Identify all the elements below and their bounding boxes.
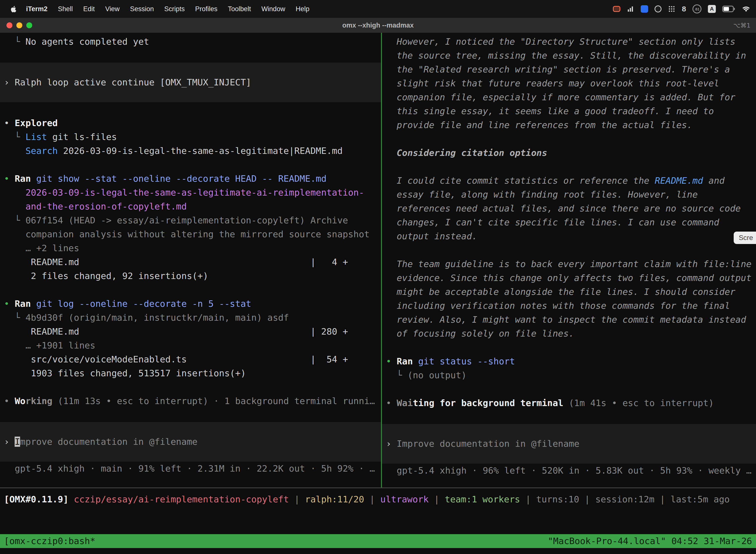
blank-line xyxy=(382,243,756,257)
text-segment: git ls-files xyxy=(52,132,117,142)
menu-item-scripts[interactable]: Scripts xyxy=(159,5,190,13)
text-segment: I could cite commit statistics or refere… xyxy=(386,175,655,186)
terminal-line: › Improve documentation in @filename xyxy=(382,437,756,451)
left-prompt-input[interactable]: › Improve documentation in @filename xyxy=(0,422,381,462)
right-prompt-input[interactable]: › Improve documentation in @filename xyxy=(382,424,756,464)
terminal-line: The team guideline is to back every impo… xyxy=(382,257,756,271)
left-pane[interactable]: └ No agents completed yet› Ralph loop ac… xyxy=(0,33,381,488)
menu-item-edit[interactable]: Edit xyxy=(78,5,100,13)
screen: iTerm2 Shell Edit View Session Scripts P… xyxy=(0,0,756,554)
terminal-line: references need actual files, and since … xyxy=(382,202,756,215)
terminal-line: • Working (11m 13s • esc to interrupt) ·… xyxy=(0,394,381,408)
menu-item-window[interactable]: Window xyxy=(256,5,291,13)
text-segment: companion analysis without altering the … xyxy=(4,229,370,239)
text-segment: └ xyxy=(4,37,25,47)
text-segment: changes, I can't cite specific file line… xyxy=(386,217,719,227)
text-segment: • xyxy=(4,298,15,309)
status-separator xyxy=(0,488,756,488)
text-segment: rking xyxy=(25,396,58,406)
text-segment: Ran xyxy=(15,173,36,184)
menu-item-toolbelt[interactable]: Toolbelt xyxy=(223,5,256,13)
screen-recording-indicator-icon[interactable] xyxy=(613,6,620,12)
terminal-line: review. Also, I might want to inspect th… xyxy=(382,313,756,327)
menu-item-iterm2[interactable]: iTerm2 xyxy=(21,5,53,13)
text-segment: • xyxy=(4,396,15,406)
terminal-line: [OMX#0.11.9] cczip/essay/ai-reimplementa… xyxy=(0,492,756,506)
blue-app-icon[interactable] xyxy=(641,5,648,13)
text-segment: gpt-5.4 xhigh · main · 91% left · 2.31M … xyxy=(4,463,375,474)
text-segment: ralph:11/20 xyxy=(305,494,364,504)
text-segment: Ralph loop active continue [OMX_TMUX_INJ… xyxy=(15,77,251,88)
text-segment: review. Also, I might want to inspect th… xyxy=(386,315,746,325)
text-segment: 1903 files changed, 513517 insertions(+) xyxy=(4,368,246,378)
text-segment: might be acceptable alongside the file l… xyxy=(386,287,736,297)
text-segment: 2 files changed, 92 insertions(+) xyxy=(4,271,208,281)
text-segment: evidence. Since this change only affects… xyxy=(386,273,752,283)
menu-item-help[interactable]: Help xyxy=(291,5,315,13)
text-segment: (1m 41s • esc to interrupt) xyxy=(569,398,714,408)
text-segment: The team guideline is to back every impo… xyxy=(386,259,752,269)
terminal-line: essay file, along with finding root file… xyxy=(382,188,756,202)
blank-line xyxy=(0,102,381,116)
text-segment: › xyxy=(4,437,15,447)
text-segment: └ xyxy=(4,132,25,142)
text-segment: However, I noticed the "Directory Struct… xyxy=(386,37,736,47)
apple-logo xyxy=(10,5,17,13)
dots-grid-glyph xyxy=(668,5,675,13)
text-segment: Ran xyxy=(397,356,418,366)
wifi-glyph xyxy=(742,5,751,12)
zoom-button[interactable] xyxy=(26,22,32,28)
terminal-line: Considering citation options xyxy=(382,146,756,160)
text-segment: (11m 13s • esc to interrupt) · 1 backgro… xyxy=(58,396,375,406)
terminal-line: output instead. xyxy=(382,229,756,243)
terminal-line: • Ran git log --oneline --decorate -n 5 … xyxy=(0,297,381,311)
text-segment: README.md xyxy=(655,175,703,186)
blank-line xyxy=(382,340,756,354)
text-segment: • xyxy=(386,356,397,366)
text-segment: the source tree, missing the essay. Stil… xyxy=(386,50,746,61)
terminal-line: the source tree, missing the essay. Stil… xyxy=(382,49,756,63)
terminal-line: • Waiting for background terminal (1m 41… xyxy=(382,396,756,410)
battery-icon[interactable] xyxy=(722,6,735,12)
close-button[interactable] xyxy=(6,22,12,28)
text-segment: Explored xyxy=(15,118,58,128)
numeral-8-icon[interactable]: 8 xyxy=(682,5,686,13)
menu-item-profiles[interactable]: Profiles xyxy=(190,5,223,13)
omx-status-bar: [OMX#0.11.9] cczip/essay/ai-reimplementa… xyxy=(0,492,756,506)
text-segment: └ (no output) xyxy=(386,370,466,380)
apple-menu-icon[interactable] xyxy=(10,5,17,13)
terminal-line: gpt-5.4 xhigh · main · 91% left · 2.31M … xyxy=(0,462,381,476)
text-segment: Wai xyxy=(397,398,413,408)
ralph-loop-banner[interactable]: › Ralph loop active continue [OMX_TMUX_I… xyxy=(0,63,381,102)
window-titlebar[interactable]: omx --xhigh --madmax ⌥⌘1 xyxy=(0,18,756,33)
dots-grid-icon[interactable] xyxy=(668,5,675,13)
right-pane[interactable]: However, I noticed the "Directory Struct… xyxy=(382,33,756,488)
text-segment: and-the-erosion-of-copyleft.md xyxy=(4,201,187,212)
menu-item-view[interactable]: View xyxy=(100,5,125,13)
stats-bars-icon[interactable] xyxy=(627,5,634,13)
terminal-line: gpt-5.4 xhigh · 96% left · 520K in · 5.8… xyxy=(382,464,756,478)
menu-item-session[interactable]: Session xyxy=(125,5,159,13)
terminal-line: └ (no output) xyxy=(382,368,756,382)
terminal-line: └ No agents completed yet xyxy=(0,35,381,49)
terminal-line: evidence. Since this change only affects… xyxy=(382,271,756,285)
minimize-button[interactable] xyxy=(16,22,22,28)
input-source-icon[interactable]: A xyxy=(708,5,716,13)
terminal-line: › Ralph loop active continue [OMX_TMUX_I… xyxy=(0,75,381,89)
wifi-icon[interactable] xyxy=(742,5,751,12)
terminal-line: • Explored xyxy=(0,116,381,130)
blank-line xyxy=(382,132,756,146)
text-segment: | xyxy=(429,494,445,504)
blank-line xyxy=(0,49,381,63)
terminal-line: of focusing solely on file lines. xyxy=(382,327,756,340)
menu-item-shell[interactable]: Shell xyxy=(53,5,78,13)
terminal-line: the "Related research writing" section i… xyxy=(382,63,756,76)
text-segment: • xyxy=(4,118,15,128)
circle-ring-icon[interactable] xyxy=(654,5,662,12)
screen-share-notification[interactable]: Scre xyxy=(734,232,756,244)
text-segment: output instead. xyxy=(386,231,477,241)
gauge-icon[interactable]: .61 xyxy=(693,4,701,13)
text-segment: including verification notes with those … xyxy=(386,300,730,311)
text-segment: and xyxy=(703,175,725,186)
terminal-line: I could cite commit statistics or refere… xyxy=(382,174,756,188)
